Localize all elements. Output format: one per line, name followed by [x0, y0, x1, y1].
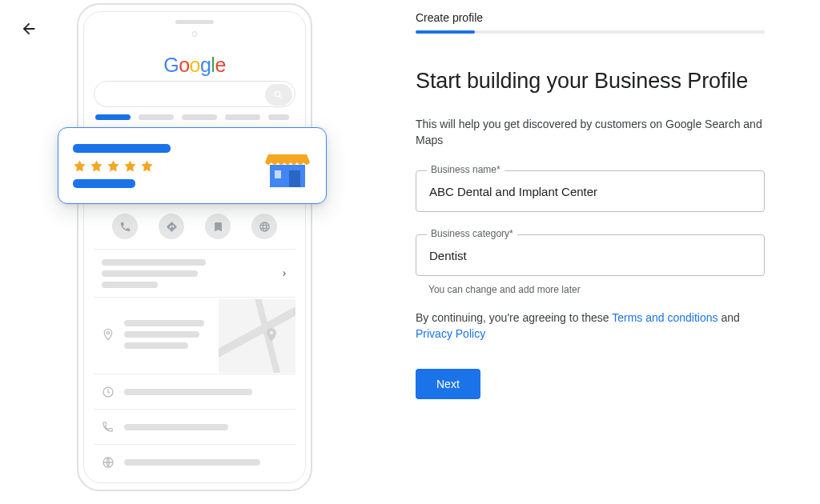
business-name-field: Business name*: [416, 170, 765, 212]
star-icon: [107, 159, 120, 173]
star-icon: [73, 159, 86, 173]
hours-row: [94, 374, 295, 409]
business-category-label: Business category*: [427, 228, 517, 239]
business-preview-card: [58, 127, 327, 204]
form-panel: Create profile Start building your Busin…: [396, 0, 813, 504]
pin-icon: [102, 328, 115, 341]
search-icon: [273, 90, 284, 101]
camera-icon: [192, 31, 198, 37]
star-icon: [123, 159, 137, 173]
chevron-right-icon: [279, 269, 289, 278]
directions-icon: [166, 221, 178, 233]
info-section: [94, 249, 295, 297]
search-bar: [94, 81, 295, 107]
svg-rect-7: [289, 170, 300, 187]
globe-outline-icon: [102, 456, 115, 469]
star-icon: [140, 159, 154, 173]
phone-row: [94, 409, 295, 444]
map-thumbnail: [219, 299, 295, 373]
page-title: Start building your Business Profile: [416, 69, 765, 94]
svg-point-2: [270, 331, 273, 334]
next-button[interactable]: Next: [416, 369, 480, 399]
category-hint: You can change and add more later: [428, 284, 765, 295]
svg-rect-6: [275, 170, 281, 178]
star-icon: [90, 159, 103, 173]
svg-point-0: [107, 331, 109, 334]
business-name-label: Business name*: [427, 164, 504, 175]
business-category-field: Business category*: [416, 234, 765, 276]
business-name-input[interactable]: [416, 170, 765, 212]
phone-icon: [119, 221, 131, 233]
google-logo: Google: [84, 54, 305, 77]
speaker-icon: [175, 20, 214, 24]
map-section: [94, 297, 295, 374]
phone-outline-icon: [102, 421, 114, 433]
privacy-link[interactable]: Privacy Policy: [416, 327, 485, 340]
terms-link[interactable]: Terms and conditions: [612, 311, 718, 324]
terms-text: By continuing, you're agreeing to these …: [416, 310, 765, 342]
phone-frame: Google: [77, 3, 312, 491]
page-subtitle: This will help you get discovered by cus…: [416, 116, 765, 148]
step-label: Create profile: [416, 11, 765, 24]
rating-stars: [73, 159, 171, 173]
tab-row: [95, 114, 294, 120]
action-buttons-row: [84, 214, 305, 239]
website-row: [94, 444, 295, 479]
business-category-input[interactable]: [416, 234, 765, 276]
globe-icon: [259, 221, 271, 233]
search-button: [265, 84, 292, 106]
illustration-panel: Google: [0, 0, 396, 504]
clock-icon: [102, 386, 115, 398]
progress-bar: [416, 30, 765, 34]
storefront-icon: [263, 143, 312, 188]
bookmark-icon: [212, 221, 224, 233]
